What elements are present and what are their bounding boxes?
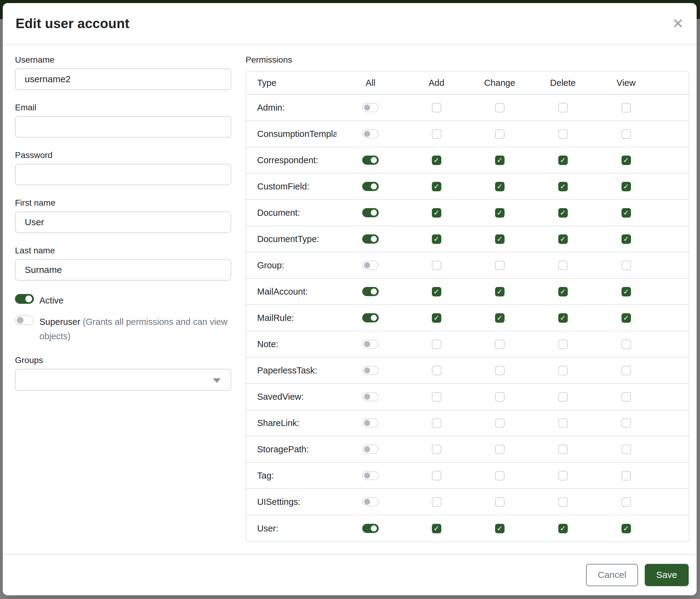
permission-all-toggle[interactable] <box>362 234 379 244</box>
permission-view-checkbox[interactable] <box>622 471 631 480</box>
permission-change-checkbox[interactable] <box>495 155 504 165</box>
username-input[interactable] <box>15 69 231 90</box>
permission-change-checkbox[interactable] <box>495 313 504 323</box>
permission-delete-checkbox[interactable] <box>558 261 568 270</box>
permission-view-checkbox[interactable] <box>622 208 631 218</box>
close-icon[interactable]: ✕ <box>672 17 684 30</box>
permission-all-toggle[interactable] <box>362 497 379 506</box>
permission-add-checkbox[interactable] <box>432 418 441 428</box>
permission-delete-checkbox[interactable] <box>558 287 568 296</box>
permission-add-checkbox[interactable] <box>432 497 441 507</box>
permission-all-toggle[interactable] <box>362 471 379 480</box>
column-header-delete: Delete <box>531 78 595 88</box>
permission-delete-checkbox[interactable] <box>558 339 568 349</box>
permission-change-checkbox[interactable] <box>495 129 504 139</box>
permission-change-checkbox[interactable] <box>495 103 504 113</box>
permission-view-checkbox[interactable] <box>622 313 631 323</box>
permission-add-checkbox[interactable] <box>432 261 441 270</box>
permission-delete-checkbox[interactable] <box>558 234 568 244</box>
permission-view-checkbox[interactable] <box>622 234 631 244</box>
last-name-field[interactable] <box>15 259 231 281</box>
permission-change-checkbox[interactable] <box>495 234 504 244</box>
permission-all-toggle[interactable] <box>362 261 379 270</box>
permission-add-checkbox[interactable] <box>432 313 441 323</box>
email-field[interactable] <box>15 116 231 138</box>
permission-delete-checkbox[interactable] <box>558 313 568 323</box>
permission-view-checkbox[interactable] <box>622 287 631 296</box>
permission-all-toggle[interactable] <box>362 182 379 191</box>
permission-delete-checkbox[interactable] <box>558 418 568 428</box>
permission-view-checkbox[interactable] <box>622 129 631 139</box>
first-name-field[interactable] <box>15 212 231 233</box>
permission-add-checkbox[interactable] <box>432 287 441 296</box>
permission-change-checkbox[interactable] <box>495 471 504 480</box>
permission-view-checkbox[interactable] <box>622 392 631 402</box>
permission-all-toggle[interactable] <box>362 418 379 428</box>
permission-add-checkbox[interactable] <box>432 366 441 375</box>
permission-view-cell <box>595 366 657 375</box>
permission-view-checkbox[interactable] <box>622 155 631 165</box>
permission-add-checkbox[interactable] <box>432 208 441 218</box>
permission-add-checkbox[interactable] <box>432 524 441 533</box>
permission-change-checkbox[interactable] <box>495 208 504 218</box>
permission-view-checkbox[interactable] <box>622 524 631 533</box>
permission-change-checkbox[interactable] <box>495 497 504 507</box>
permission-all-toggle[interactable] <box>362 392 379 401</box>
permission-delete-checkbox[interactable] <box>558 366 568 375</box>
permission-delete-checkbox[interactable] <box>558 155 568 165</box>
permission-add-checkbox[interactable] <box>432 445 441 454</box>
permission-change-checkbox[interactable] <box>495 287 504 296</box>
permission-add-checkbox[interactable] <box>432 182 441 191</box>
permission-change-checkbox[interactable] <box>495 339 504 349</box>
permission-delete-checkbox[interactable] <box>558 182 568 191</box>
permission-delete-checkbox[interactable] <box>558 103 568 113</box>
permission-all-toggle[interactable] <box>362 339 379 349</box>
permission-all-toggle[interactable] <box>362 287 379 296</box>
permission-all-toggle[interactable] <box>362 313 379 322</box>
toggle-knob <box>25 295 32 302</box>
permission-change-checkbox[interactable] <box>495 524 504 533</box>
active-toggle[interactable] <box>15 294 34 304</box>
permission-delete-checkbox[interactable] <box>558 524 568 533</box>
password-field[interactable] <box>15 164 231 185</box>
permission-all-toggle[interactable] <box>362 366 379 375</box>
permission-add-checkbox[interactable] <box>432 339 441 349</box>
permission-all-toggle[interactable] <box>362 208 379 217</box>
permission-change-checkbox[interactable] <box>495 392 504 402</box>
permission-view-checkbox[interactable] <box>622 497 631 507</box>
save-button[interactable]: Save <box>645 564 689 586</box>
permission-change-checkbox[interactable] <box>495 261 504 270</box>
superuser-toggle[interactable] <box>15 315 34 325</box>
permission-view-checkbox[interactable] <box>622 261 631 270</box>
permission-view-checkbox[interactable] <box>622 103 631 113</box>
permission-delete-checkbox[interactable] <box>558 445 568 454</box>
permission-all-toggle[interactable] <box>362 155 379 165</box>
permission-add-checkbox[interactable] <box>432 392 441 402</box>
permission-type-label: UISettings: <box>246 497 336 507</box>
permission-add-checkbox[interactable] <box>432 471 441 480</box>
permission-change-checkbox[interactable] <box>495 418 504 428</box>
permission-add-checkbox[interactable] <box>432 234 441 244</box>
permission-view-checkbox[interactable] <box>622 182 631 191</box>
permission-delete-checkbox[interactable] <box>558 497 568 507</box>
permission-delete-checkbox[interactable] <box>558 208 568 218</box>
permission-view-checkbox[interactable] <box>622 366 631 375</box>
permission-all-toggle[interactable] <box>362 445 379 454</box>
permission-delete-checkbox[interactable] <box>558 471 568 480</box>
groups-select[interactable] <box>15 369 231 391</box>
permission-view-checkbox[interactable] <box>622 445 631 454</box>
permission-view-checkbox[interactable] <box>622 339 631 349</box>
permission-change-checkbox[interactable] <box>495 366 504 375</box>
cancel-button[interactable]: Cancel <box>586 564 638 586</box>
permission-add-checkbox[interactable] <box>432 129 441 139</box>
permission-all-toggle[interactable] <box>362 103 379 112</box>
permission-delete-checkbox[interactable] <box>558 129 568 139</box>
permission-change-checkbox[interactable] <box>495 182 504 191</box>
permission-all-toggle[interactable] <box>362 524 379 533</box>
permission-delete-checkbox[interactable] <box>558 392 568 402</box>
permission-add-checkbox[interactable] <box>432 103 441 113</box>
permission-view-checkbox[interactable] <box>622 418 631 428</box>
permission-add-checkbox[interactable] <box>432 155 441 165</box>
permission-all-toggle[interactable] <box>362 129 379 139</box>
permission-change-checkbox[interactable] <box>495 445 504 454</box>
